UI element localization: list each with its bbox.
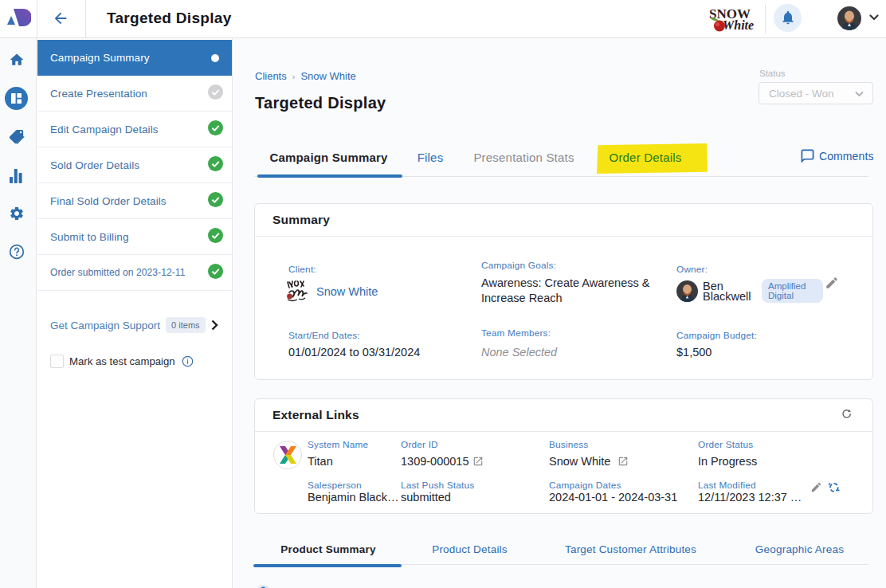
svg-text:White: White [723,18,754,32]
